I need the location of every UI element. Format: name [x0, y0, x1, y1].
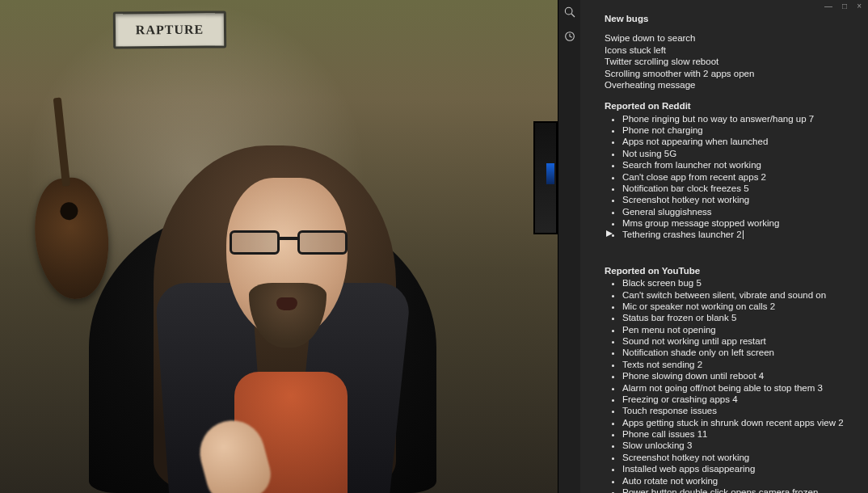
list-item: Phone slowing down until reboot 4 [622, 370, 853, 381]
list-item: Auto rotate not working [622, 475, 853, 487]
list-item: Freezing or crashing apps 4 [622, 394, 853, 405]
list-item: Slow unlocking 3 [622, 440, 853, 451]
background-guitar [29, 175, 114, 303]
video-pane: RAPTURE [0, 0, 558, 493]
list-item: Can't close app from recent apps 2 [622, 171, 853, 183]
minimize-button[interactable]: — [824, 2, 834, 11]
notes-line: Twitter scrolling slow reboot [605, 56, 853, 67]
svg-line-1 [571, 14, 575, 17]
app-root: RAPTURE — □ [0, 0, 868, 493]
background-tv [533, 121, 558, 234]
list-item: Mms group message stopped working [622, 217, 853, 229]
bullet-list: Black screen bug 5Can't switch between s… [605, 277, 853, 493]
list-item: Not using 5G [622, 148, 853, 159]
notes-line: Icons stuck left [605, 44, 853, 56]
bullet-list: Phone ringing but no way to answer/hang … [605, 113, 853, 241]
search-icon[interactable] [563, 5, 577, 19]
section-heading: Reported on YouTube [605, 265, 853, 276]
list-item: Sound not working until app restart [622, 335, 853, 347]
section-heading: Reported on Reddit [605, 100, 853, 112]
svg-point-0 [565, 7, 572, 15]
notes-line: Swipe down to search [605, 32, 853, 44]
svg-marker-3 [606, 230, 613, 237]
notes-line: Overheating message [605, 79, 853, 91]
list-item: Power button double click opens camera f… [622, 487, 853, 493]
list-item: Mic or speaker not working on calls 2 [622, 301, 853, 312]
side-toolstrip [558, 0, 580, 493]
notes-line: Scrolling smoother with 2 apps open [605, 68, 853, 79]
list-item: Notification bar clock freezes 5 [622, 183, 853, 194]
list-item: Screenshot hotkey not working [622, 194, 853, 205]
list-item: Installed web apps disappearing [622, 463, 853, 474]
close-button[interactable]: × [857, 2, 863, 11]
history-icon[interactable] [563, 29, 577, 44]
list-item: Alarm not going off/not being able to st… [622, 382, 853, 394]
list-item: Apps not appearing when launched [622, 136, 853, 147]
list-item: Can't switch between silent, vibrate and… [622, 289, 853, 301]
background-sign: RAPTURE [113, 11, 226, 48]
list-item: Black screen bug 5 [622, 277, 853, 289]
window-controls: — □ × [824, 2, 863, 11]
list-item: Screenshot hotkey not working [622, 452, 853, 463]
list-item: Apps getting stuck in shrunk down recent… [622, 417, 853, 428]
list-item: Status bar frozen or blank 5 [622, 312, 853, 323]
list-item: Notification shade only on left screen [622, 347, 853, 358]
list-item: Touch response issues [622, 405, 853, 416]
list-item: General sluggishness [622, 206, 853, 217]
list-item: Phone call issues 11 [622, 428, 853, 440]
notes-pane[interactable]: — □ × New bugsSwipe down to searchIcons … [580, 0, 868, 493]
maximize-button[interactable]: □ [842, 2, 849, 11]
notes-content[interactable]: New bugsSwipe down to searchIcons stuck … [580, 0, 868, 493]
list-item: Pen menu not opening [622, 324, 853, 335]
list-item: Texts not sending 2 [622, 359, 853, 370]
list-item: Phone ringing but no way to answer/hang … [622, 113, 853, 124]
list-item: Tethering crashes launcher 2 [622, 229, 853, 240]
list-item: Search from launcher not working [622, 159, 853, 171]
list-item: Phone not charging [622, 124, 853, 136]
notes-title: New bugs [605, 13, 853, 24]
cursor-marker-icon [605, 230, 613, 238]
